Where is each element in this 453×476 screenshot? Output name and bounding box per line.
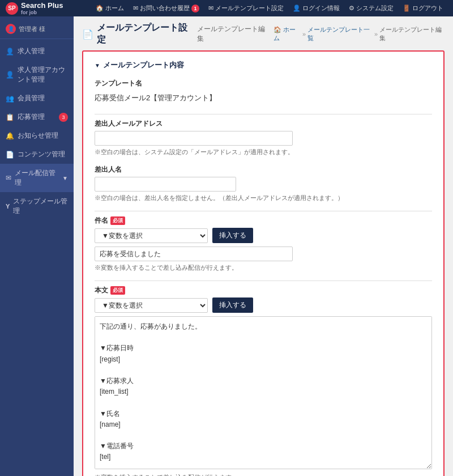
nav-inquiry[interactable]: ✉ お問い合わせ履歴 1 [129, 0, 203, 16]
subject-label: 件名 必須 [95, 216, 432, 226]
page-title: 📄 メールテンプレート設定 [82, 22, 191, 46]
job-icon: 👤 [6, 48, 14, 56]
breadcrumb-sep2: » [374, 31, 378, 37]
page-subtitle: メールテンプレート編集 [197, 24, 268, 44]
mail-template-card: メールテンプレート内容 テンプレート名 応募受信メール2【管理アカウント】 差出… [82, 50, 445, 476]
sidebar-item-member-management[interactable]: 👥 会員管理 [0, 89, 74, 108]
body-required-badge: 必須 [110, 286, 125, 295]
user-avatar-icon: 👤 [6, 24, 16, 34]
breadcrumb-list[interactable]: メールテンプレート一覧 [307, 26, 373, 42]
body-textarea[interactable]: 下記の通り、応募がありました。 ▼応募日時 [regist] ▼応募求人 [it… [95, 316, 432, 469]
nav-inquiry-label: お問い合わせ履歴 [140, 4, 190, 12]
content-icon: 📄 [6, 151, 14, 159]
user-icon: 👤 [293, 5, 301, 12]
card-title: メールテンプレート内容 [95, 60, 432, 70]
breadcrumb: 🏠 ホーム » メールテンプレート一覧 » メールテンプレート編集 [273, 26, 445, 42]
subject-note: ※変数を挿入することで差し込み配信が行えます。 [95, 264, 432, 272]
page-title-icon: 📄 [82, 29, 93, 40]
nav-home-label: ホーム [105, 4, 124, 12]
logout-icon: 🚪 [403, 5, 411, 12]
home-icon: 🏠 [96, 5, 104, 12]
subject-input[interactable] [95, 246, 293, 261]
sender-name-group: 差出人名 ※空白の場合は、差出人名を指定しません。（差出人メールアドレスが適用さ… [95, 165, 432, 202]
application-icon: 📋 [6, 113, 14, 121]
sender-name-note: ※空白の場合は、差出人名を指定しません。（差出人メールアドレスが適用されます。） [95, 194, 432, 202]
divider3 [95, 280, 432, 281]
mail-template-icon: ✉ [208, 5, 213, 12]
breadcrumb-current: メールテンプレート編集 [379, 26, 445, 42]
nav-login-info[interactable]: 👤 ログイン情報 [289, 0, 344, 16]
sender-name-input[interactable] [95, 177, 236, 192]
member-icon: 👥 [6, 95, 14, 103]
sidebar-item-application-management[interactable]: 📋 応募管理 3 [0, 108, 74, 126]
sidebar-item-application-label: 応募管理 [18, 112, 45, 122]
main-content: 📄 メールテンプレート設定 メールテンプレート編集 🏠 ホーム » メールテンプ… [74, 16, 453, 476]
sidebar-item-notice-management[interactable]: 🔔 お知らせ管理 [0, 126, 74, 145]
sidebar-item-content-management[interactable]: 📄 コンテンツ管理 [0, 145, 74, 164]
nav-login-info-label: ログイン情報 [302, 4, 340, 12]
notice-icon: 🔔 [6, 132, 14, 140]
nav-home[interactable]: 🏠 ホーム [92, 0, 128, 16]
nav-logout[interactable]: 🚪 ログアウト [399, 0, 447, 16]
sidebar-item-step-mail[interactable]: Y ステップメール管理 [0, 192, 74, 220]
sidebar-item-content-label: コンテンツ管理 [18, 150, 65, 159]
sender-name-label: 差出人名 [95, 165, 432, 175]
nav-system-settings[interactable]: ⚙ システム設定 [345, 0, 398, 16]
sidebar: 👤 管理者 様 👤 求人管理 👤 求人管理アカウント管理 👥 会員管理 📋 応募… [0, 16, 74, 476]
body-variable-select[interactable]: ▼変数を選択 [95, 298, 208, 313]
body-variable-row: ▼変数を選択 挿入する [95, 298, 432, 313]
sender-email-group: 差出人メールアドレス ※空白の場合は、システム設定の「メールアドレス」が適用され… [95, 119, 432, 156]
page-title-text: メールテンプレート設定 [97, 22, 191, 46]
template-name-group: テンプレート名 応募受信メール2【管理アカウント】 [95, 79, 432, 105]
breadcrumb-sep1: » [302, 31, 306, 37]
gear-icon: ⚙ [349, 5, 354, 12]
user-label: 管理者 様 [19, 25, 45, 33]
main-layout: 👤 管理者 様 👤 求人管理 👤 求人管理アカウント管理 👥 会員管理 📋 応募… [0, 16, 453, 476]
divider1 [95, 114, 432, 114]
mail-arrow-icon: ▼ [62, 175, 68, 181]
logo-text: Search Plus for job [21, 1, 63, 15]
subject-variable-row: ▼変数を選択 挿入する [95, 228, 432, 243]
sidebar-item-step-mail-label: ステップメール管理 [13, 197, 68, 216]
body-note: ※変数を挿入することで差し込み配信が行えます。 [95, 473, 432, 476]
sender-email-label: 差出人メールアドレス [95, 119, 432, 129]
nav-logout-label: ログアウト [412, 4, 443, 12]
sidebar-item-job-management-label: 求人管理 [18, 46, 45, 56]
sidebar-item-job-account-management[interactable]: 👤 求人管理アカウント管理 [0, 61, 74, 89]
application-badge: 3 [59, 113, 68, 122]
sidebar-item-member-label: 会員管理 [18, 94, 45, 103]
breadcrumb-home[interactable]: 🏠 ホーム [273, 26, 301, 42]
body-label: 本文 必須 [95, 286, 432, 295]
user-area: 👤 管理者 様 [0, 19, 74, 39]
nav-system-settings-label: システム設定 [356, 4, 394, 12]
sidebar-item-mail-management[interactable]: ✉ メール配信管理 ▼ [0, 164, 74, 192]
sidebar-item-job-account-label: 求人管理アカウント管理 [18, 65, 68, 84]
body-insert-button[interactable]: 挿入する [212, 298, 253, 313]
subject-insert-button[interactable]: 挿入する [212, 228, 253, 243]
subject-variable-select[interactable]: ▼変数を選択 [95, 228, 208, 243]
divider2 [95, 211, 432, 211]
inquiry-badge: 1 [191, 5, 199, 12]
sidebar-item-job-management[interactable]: 👤 求人管理 [0, 42, 74, 61]
step-mail-icon: Y [6, 203, 10, 210]
page-header: 📄 メールテンプレート設定 メールテンプレート編集 🏠 ホーム » メールテンプ… [82, 22, 445, 46]
sender-email-note: ※空白の場合は、システム設定の「メールアドレス」が適用されます。 [95, 148, 432, 156]
template-name-label: テンプレート名 [95, 79, 432, 88]
body-group: 本文 必須 ▼変数を選択 挿入する 下記の通り、応募がありました。 ▼応募日時 … [95, 286, 432, 476]
mail-management-icon: ✉ [6, 174, 11, 182]
top-navigation: SP Search Plus for job 🏠 ホーム ✉ お問い合わせ履歴 … [0, 0, 453, 16]
template-name-value: 応募受信メール2【管理アカウント】 [95, 91, 432, 105]
nav-mail-template[interactable]: ✉ メールテンプレート設定 [204, 0, 288, 16]
logo-icon: SP [6, 2, 18, 15]
subject-required-badge: 必須 [110, 216, 125, 225]
nav-mail-template-label: メールテンプレート設定 [215, 4, 284, 12]
logo: SP Search Plus for job [6, 1, 63, 15]
mail-icon: ✉ [133, 5, 138, 12]
job-account-icon: 👤 [6, 71, 14, 79]
sidebar-item-mail-label: メール配信管理 [15, 168, 59, 188]
subject-group: 件名 必須 ▼変数を選択 挿入する ※変数を挿入することで差し込み配信が行えます… [95, 216, 432, 272]
sidebar-item-notice-label: お知らせ管理 [18, 131, 58, 141]
nav-items: 🏠 ホーム ✉ お問い合わせ履歴 1 ✉ メールテンプレート設定 👤 ログイン情… [92, 0, 447, 16]
sender-email-input[interactable] [95, 131, 293, 146]
